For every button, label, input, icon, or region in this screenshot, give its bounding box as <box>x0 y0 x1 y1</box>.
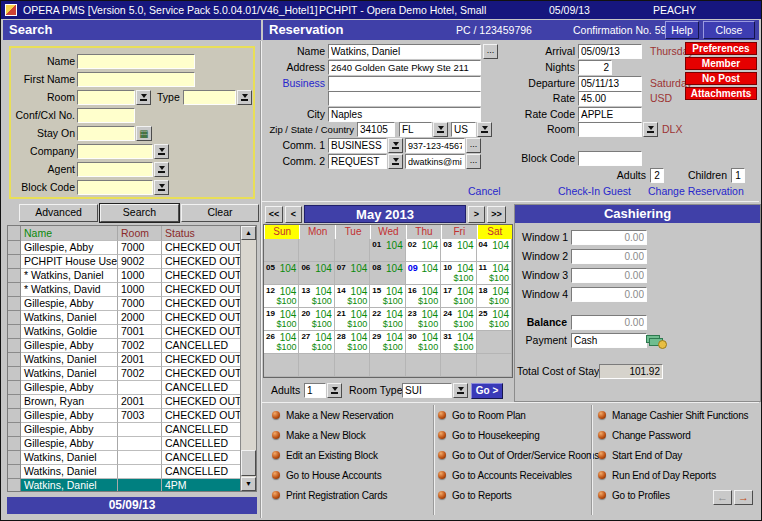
table-row[interactable]: Watkins, Goldie 7001 CHECKED OUT <box>8 325 256 339</box>
calendar-picker-icon[interactable]: ▦ <box>136 126 152 141</box>
search-type-input[interactable] <box>183 90 236 105</box>
red-option-button[interactable]: No Post <box>685 72 757 85</box>
calendar-day-cell[interactable] <box>441 354 476 377</box>
comm1-value-field[interactable] <box>405 138 465 153</box>
blockcode-lov-button[interactable] <box>154 180 169 195</box>
row-selector[interactable] <box>8 269 21 283</box>
calendar-day-cell[interactable] <box>264 239 299 262</box>
menu-item[interactable]: Go to Out of Order/Service Rooms <box>438 445 599 465</box>
search-conf-input[interactable] <box>77 108 135 123</box>
calendar-day-cell[interactable]: 28 104 $100 <box>335 331 370 354</box>
calendar-day-cell[interactable]: 03 104 <box>441 239 476 262</box>
change-reservation-link[interactable]: Change Reservation <box>648 185 744 197</box>
results-scrollbar[interactable]: ▲ ▼ <box>240 226 256 491</box>
go-button[interactable]: Go > <box>471 383 503 399</box>
calendar-day-cell[interactable] <box>335 239 370 262</box>
scroll-up-icon[interactable]: ▲ <box>241 226 256 240</box>
zip-field[interactable] <box>357 122 395 137</box>
address-field[interactable] <box>328 60 481 75</box>
column-header-name[interactable]: Name <box>21 226 118 241</box>
calendar-day-cell[interactable]: 25 104 $100 <box>477 308 512 331</box>
advanced-button[interactable]: Advanced <box>19 204 98 222</box>
comm2-lov-button[interactable] <box>388 154 403 169</box>
row-selector[interactable] <box>8 423 21 437</box>
help-button[interactable]: Help <box>665 21 699 39</box>
comm1-type-field[interactable] <box>328 138 387 153</box>
table-row[interactable]: Gillespie, Abby 7000 CHECKED OUT <box>8 297 256 311</box>
close-button[interactable]: Close <box>703 21 755 39</box>
page-prev-arrow-icon[interactable]: ← <box>713 490 732 505</box>
departure-field[interactable] <box>578 76 642 91</box>
table-row[interactable]: Watkins, Daniel 2000 CHECKED OUT <box>8 311 256 325</box>
red-option-button[interactable]: Preferences <box>685 42 757 55</box>
search-name-input[interactable] <box>77 54 195 69</box>
menu-item[interactable]: Go to Housekeeping <box>438 425 599 445</box>
search-company-input[interactable] <box>77 144 153 159</box>
page-next-arrow-icon[interactable]: → <box>734 490 753 505</box>
calendar-day-cell[interactable]: 16 104 $100 <box>406 285 441 308</box>
check-in-guest-link[interactable]: Check-In Guest <box>558 185 631 197</box>
calendar-day-cell[interactable]: 07 104 <box>335 262 370 285</box>
agent-lov-button[interactable] <box>154 162 169 177</box>
menu-item[interactable]: Go to Accounts Receivables <box>438 465 599 485</box>
window1-field[interactable] <box>571 230 647 245</box>
next-month-button[interactable]: > <box>468 206 485 223</box>
calendar-day-cell[interactable]: 21 104 $100 <box>335 308 370 331</box>
calendar-day-cell[interactable]: 20 104 $100 <box>299 308 334 331</box>
city-field[interactable] <box>328 107 481 122</box>
next-year-button[interactable]: >> <box>487 206 506 223</box>
search-agent-input[interactable] <box>77 162 153 177</box>
table-row[interactable]: Gillespie, Abby CANCELLED <box>8 437 256 451</box>
comm2-type-field[interactable] <box>328 154 387 169</box>
table-row[interactable]: Gillespie, Abby CANCELLED <box>8 381 256 395</box>
name-ellipsis-button[interactable]: ... <box>483 44 498 59</box>
state-lov-button[interactable] <box>433 122 448 137</box>
calendar-day-cell[interactable]: 17 104 $100 <box>441 285 476 308</box>
search-firstname-input[interactable] <box>77 72 195 87</box>
scroll-down-icon[interactable]: ▼ <box>241 477 256 491</box>
calendar-day-cell[interactable]: 27 104 $100 <box>299 331 334 354</box>
menu-item[interactable]: Make a New Block <box>272 425 393 445</box>
calendar-day-cell[interactable]: 09 104 <box>406 262 441 285</box>
state-field[interactable] <box>399 122 432 137</box>
calendar-day-cell[interactable]: 13 104 $100 <box>299 285 334 308</box>
row-selector[interactable] <box>8 311 21 325</box>
row-selector[interactable] <box>8 325 21 339</box>
menu-item[interactable]: Start End of Day <box>598 445 748 465</box>
calendar-day-cell[interactable]: 10 104 $100 <box>441 262 476 285</box>
room-lov-button[interactable] <box>136 90 151 105</box>
clear-button[interactable]: Clear <box>181 204 259 222</box>
column-header-room[interactable]: Room <box>118 226 162 241</box>
calendar-day-cell[interactable]: 23 104 $100 <box>406 308 441 331</box>
red-option-button[interactable]: Attachments <box>685 87 757 100</box>
menu-item[interactable]: Edit an Existing Block <box>272 445 393 465</box>
adults-field[interactable] <box>650 168 664 183</box>
row-selector[interactable] <box>8 353 21 367</box>
table-row[interactable]: Watkins, Daniel CANCELLED <box>8 465 256 479</box>
comm2-ellipsis-button[interactable]: ... <box>466 154 481 169</box>
menu-item[interactable]: Go to Reports <box>438 485 599 505</box>
res-room-lov-button[interactable] <box>643 122 658 137</box>
table-row[interactable]: * Watkins, Daniel 1000 CHECKED OUT <box>8 269 256 283</box>
row-selector[interactable] <box>8 451 21 465</box>
menu-item[interactable]: Go to House Accounts <box>272 465 393 485</box>
calendar-day-cell[interactable] <box>406 354 441 377</box>
type-lov-button[interactable] <box>237 90 252 105</box>
menu-item[interactable]: Manage Cashier Shift Functions <box>598 405 748 425</box>
prev-month-button[interactable]: < <box>285 206 302 223</box>
calendar-day-cell[interactable]: 18 104 $100 <box>477 285 512 308</box>
row-selector[interactable] <box>8 409 21 423</box>
payment-field[interactable] <box>571 333 647 348</box>
avail-room-type-field[interactable] <box>402 383 452 398</box>
calendar-day-cell[interactable]: 04 104 <box>477 239 512 262</box>
menu-item[interactable]: Change Password <box>598 425 748 445</box>
table-row[interactable]: PCHPIT House Use 9002 CHECKED OUT <box>8 255 256 269</box>
calendar-day-cell[interactable] <box>370 354 405 377</box>
calendar-day-cell[interactable]: 05 104 <box>264 262 299 285</box>
row-selector[interactable] <box>8 367 21 381</box>
row-selector[interactable] <box>8 437 21 451</box>
window4-field[interactable] <box>571 287 647 302</box>
menu-item[interactable]: Make a New Reservation <box>272 405 393 425</box>
row-selector[interactable] <box>8 479 21 492</box>
res-block-code-field[interactable] <box>578 151 642 166</box>
